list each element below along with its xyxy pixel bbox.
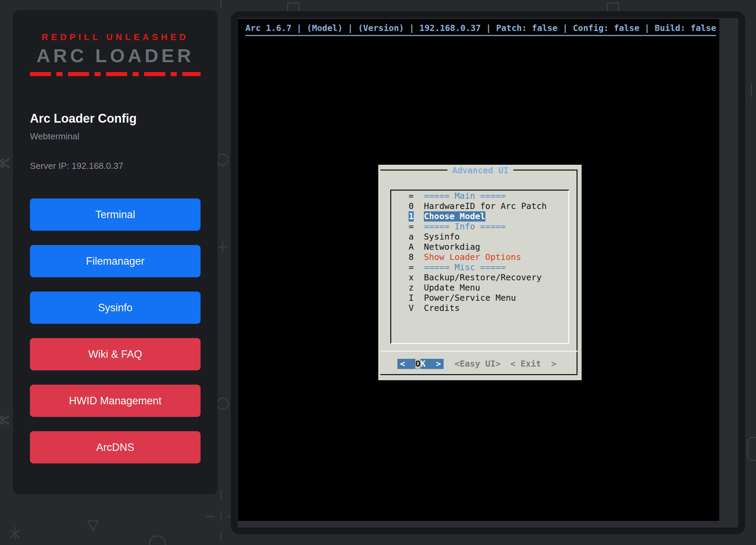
- menu-item-key: 8: [409, 252, 414, 262]
- bg-crosshair-icon: [206, 516, 215, 517]
- dialog-right-border: [577, 170, 578, 375]
- dialog-button-easy-ui[interactable]: <Easy UI>: [454, 359, 501, 369]
- bg-tick-icon: [220, 1, 221, 7]
- menu-item-misc[interactable]: ====== Misc =====: [391, 262, 568, 272]
- page: ≪ ≪ REDPILL UNLEASHED ARC LOADER Arc Loa…: [0, 0, 756, 545]
- text-cursor: O: [415, 359, 420, 369]
- sidebar-button-filemanager[interactable]: Filemanager: [30, 245, 201, 277]
- menu-item-networkdiag[interactable]: ANetworkdiag: [391, 242, 568, 252]
- bg-crosshair-icon: [221, 491, 222, 499]
- menu-item-show-loader-options[interactable]: 8Show Loader Options: [391, 252, 568, 262]
- menu-item-label: Update Menu: [424, 283, 480, 293]
- brand-logo: REDPILL UNLEASHED ARC LOADER: [30, 32, 201, 76]
- bg-plus-icon: [222, 241, 223, 252]
- menu-item-key: a: [409, 232, 414, 242]
- menu-item-key: =: [409, 262, 414, 272]
- menu-item-key: z: [409, 283, 414, 293]
- bg-chevrons-icon: ≪: [0, 412, 10, 427]
- menu-item-label: ===== Misc =====: [424, 262, 506, 272]
- dialog-button-ok[interactable]: < OK >: [397, 359, 444, 369]
- menu-item-info[interactable]: ====== Info =====: [391, 222, 568, 232]
- menu-item-label: Power/Service Menu: [424, 293, 516, 303]
- dialog-title: Advanced UI: [447, 165, 513, 176]
- bg-triangle-icon: [87, 520, 99, 531]
- bg-circle-icon: [217, 398, 229, 410]
- dialog-button-separator: [380, 351, 578, 352]
- sidebar-button-wiki-faq[interactable]: Wiki & FAQ: [30, 338, 201, 370]
- page-subtitle: Webterminal: [30, 131, 201, 142]
- bg-crosshair-icon: [221, 512, 222, 521]
- menu-item-label: Networkdiag: [424, 242, 480, 252]
- menu-item-hardwareid-for-arc-patch[interactable]: 0HardwareID for Arc Patch: [391, 201, 568, 211]
- menu-item-label: Show Loader Options: [424, 252, 521, 262]
- bg-asterisk-icon: [10, 526, 20, 541]
- menu-item-choose-model[interactable]: 1Choose Model: [391, 211, 568, 222]
- bg-crosshair-icon: [221, 533, 222, 542]
- menu-item-key: x: [409, 272, 414, 283]
- bg-rounded-square-icon: [747, 437, 756, 461]
- page-title: Arc Loader Config: [30, 111, 201, 126]
- menu-item-key: I: [409, 293, 414, 303]
- bg-circle-icon: [216, 154, 228, 166]
- brand-divider: [30, 72, 201, 76]
- sidebar: REDPILL UNLEASHED ARC LOADER Arc Loader …: [13, 10, 218, 494]
- dialog-buttons: < OK ><Easy UI>< Exit >: [379, 359, 582, 369]
- sidebar-buttons: TerminalFilemanagerSysinfoWiki & FAQHWID…: [30, 198, 201, 463]
- sidebar-button-arcdns[interactable]: ArcDNS: [30, 431, 201, 463]
- dialog-button-exit[interactable]: < Exit >: [510, 359, 556, 369]
- menu-item-key: =: [409, 191, 414, 201]
- menu-item-label: Credits: [424, 303, 460, 313]
- menu-item-key: 1: [409, 211, 414, 222]
- menu-item-key: =: [409, 222, 414, 232]
- menu-item-key: 0: [409, 201, 414, 211]
- dialog-menu: ====== Main =====0HardwareID for Arc Pat…: [390, 190, 569, 344]
- dialog-bottom-border: [380, 374, 578, 375]
- menu-item-label: ===== Info =====: [424, 222, 506, 232]
- menu-item-key: A: [409, 242, 414, 252]
- menu-item-label: ===== Main =====: [424, 191, 506, 201]
- brand-name: ARC LOADER: [30, 45, 201, 67]
- menu-item-sysinfo[interactable]: aSysinfo: [391, 232, 568, 242]
- menu-item-credits[interactable]: VCredits: [391, 303, 568, 313]
- menu-item-backup-restore-recovery[interactable]: xBackup/Restore/Recovery: [391, 272, 568, 283]
- bg-tick-icon: [751, 84, 752, 96]
- menu-item-label: HardwareID for Arc Patch: [424, 201, 547, 211]
- menu-item-power-service-menu[interactable]: IPower/Service Menu: [391, 293, 568, 303]
- menu-item-label: Sysinfo: [424, 232, 460, 242]
- menu-item-label: Choose Model: [424, 211, 485, 222]
- brand-tagline: REDPILL UNLEASHED: [30, 32, 201, 42]
- terminal-status-divider: [245, 35, 716, 36]
- menu-item-update-menu[interactable]: zUpdate Menu: [391, 283, 568, 293]
- menu-item-key: V: [409, 303, 414, 313]
- sidebar-button-terminal[interactable]: Terminal: [30, 198, 201, 231]
- sidebar-button-sysinfo[interactable]: Sysinfo: [30, 292, 201, 324]
- menu-item-label: Backup/Restore/Recovery: [424, 272, 542, 283]
- sidebar-button-hwid-management[interactable]: HWID Management: [30, 385, 201, 417]
- menu-item-main[interactable]: ====== Main =====: [391, 191, 568, 201]
- bg-circle-icon: [149, 535, 166, 545]
- server-ip-label: Server IP: 192.168.0.37: [30, 161, 201, 171]
- terminal-screen[interactable]: Arc 1.6.7 | (Model) | (Version) | 192.16…: [238, 19, 719, 521]
- advanced-ui-dialog: Advanced UI ====== Main =====0HardwareID…: [378, 165, 582, 380]
- bg-chevrons-icon: ≪: [0, 155, 10, 171]
- terminal-status-bar: Arc 1.6.7 | (Model) | (Version) | 192.16…: [245, 23, 716, 33]
